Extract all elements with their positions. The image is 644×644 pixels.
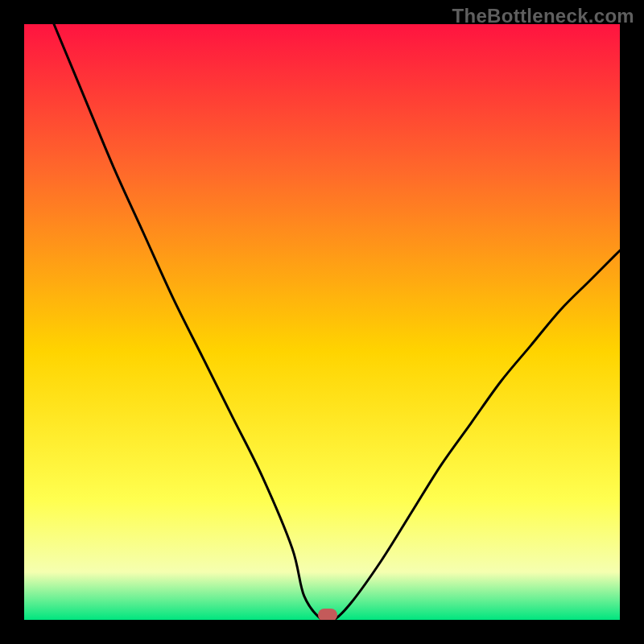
- current-point-marker: [318, 609, 337, 620]
- plot-area: [24, 24, 620, 620]
- chart-frame: TheBottleneck.com: [0, 0, 644, 644]
- watermark-text: TheBottleneck.com: [452, 5, 634, 27]
- plot-svg: [24, 24, 620, 620]
- gradient-background: [24, 24, 620, 620]
